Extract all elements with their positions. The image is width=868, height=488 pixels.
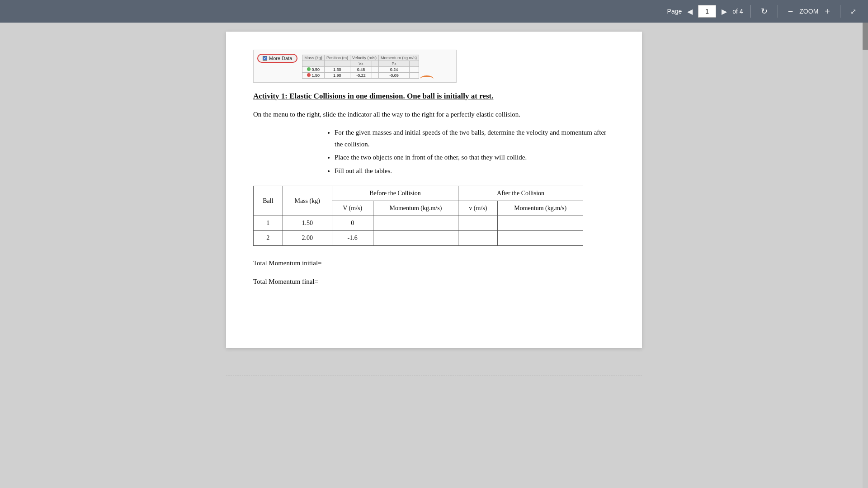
col-mass-header: Mass (kg) xyxy=(283,186,332,216)
ball2-p-before xyxy=(373,231,458,246)
divider-1 xyxy=(750,5,751,18)
pdf-page: More Data Mass (kg) Position (m) Velocit… xyxy=(226,32,642,348)
scroll-thumb[interactable] xyxy=(863,23,868,50)
col-v-after-header: v (m/s) xyxy=(458,201,498,216)
zoom-label: ZOOM xyxy=(799,8,818,15)
sim-row-2: 1.50 1.90 -0.22 -0.09 xyxy=(302,73,419,79)
bullet-list: For the given masses and initial speeds … xyxy=(335,127,615,177)
col-before-header: Before the Collision xyxy=(332,186,458,201)
bullet-item-3: Fill out all the tables. xyxy=(335,165,615,177)
col-p-before-header: Momentum (kg.m/s) xyxy=(373,201,458,216)
scroll-indicator[interactable] xyxy=(863,23,868,488)
toolbar: Page ◀ ▶ of 4 ↻ − ZOOM + ⤢ xyxy=(0,0,868,23)
bullet-item-2: Place the two objects one in front of th… xyxy=(335,152,615,164)
ball1-p-after xyxy=(498,216,583,231)
sim-col-momentum: Momentum (kg m/s) xyxy=(378,55,419,61)
divider-2 xyxy=(778,5,778,18)
sim-col-velocity: Velocity (m/s) xyxy=(350,55,378,61)
intro-text: On the menu to the right, slide the indi… xyxy=(253,109,615,120)
ball2-v-after xyxy=(458,231,498,246)
divider-3 xyxy=(840,5,840,18)
ball2-mass: 2.00 xyxy=(283,231,332,246)
col-ball-header: Ball xyxy=(254,186,283,216)
ball1-p-before xyxy=(373,216,458,231)
ball1-v-before: 0 xyxy=(332,216,373,231)
sim-sub-vx: Vx xyxy=(350,61,372,67)
prev-page-button[interactable]: ◀ xyxy=(684,6,695,17)
sim-col-mass: Mass (kg) xyxy=(302,55,325,61)
table-row-2: 2 2.00 -1.6 xyxy=(254,231,583,246)
col-p-after-header: Momentum (kg.m/s) xyxy=(498,201,583,216)
more-data-button[interactable]: More Data xyxy=(257,54,297,63)
ball2-dot xyxy=(307,73,311,77)
bottom-divider xyxy=(226,375,642,375)
page-number-input[interactable] xyxy=(698,5,716,18)
next-page-button[interactable]: ▶ xyxy=(719,6,730,17)
more-data-checkbox xyxy=(263,56,267,61)
ball1-dot xyxy=(307,67,311,71)
ball1-mass: 1.50 xyxy=(283,216,332,231)
col-v-before-header: V (m/s) xyxy=(332,201,373,216)
orange-arc xyxy=(420,75,434,82)
activity-title: Activity 1: Elastic Collisions in one di… xyxy=(253,92,615,101)
sim-col-position: Position (m) xyxy=(324,55,350,61)
momentum-initial-text: Total Momentum initial= xyxy=(253,259,615,267)
ball1-v-after xyxy=(458,216,498,231)
col-after-header: After the Collision xyxy=(458,186,583,201)
refresh-button[interactable]: ↻ xyxy=(758,5,770,17)
page-navigation: Page ◀ ▶ of 4 xyxy=(667,5,743,18)
sim-sub-px: Px xyxy=(378,61,409,67)
simulation-screenshot: More Data Mass (kg) Position (m) Velocit… xyxy=(253,50,457,83)
zoom-in-button[interactable]: + xyxy=(822,5,833,18)
sim-row-1: 0.50 1.30 0.48 0.24 xyxy=(302,67,419,73)
collision-table: Ball Mass (kg) Before the Collision Afte… xyxy=(253,186,583,246)
ball2-p-after xyxy=(498,231,583,246)
ball2-v-before: -1.6 xyxy=(332,231,373,246)
more-data-label: More Data xyxy=(269,56,292,61)
page-label: Page xyxy=(667,8,682,15)
momentum-final-text: Total Momentum final= xyxy=(253,278,615,286)
table-row-1: 1 1.50 0 xyxy=(254,216,583,231)
expand-button[interactable]: ⤢ xyxy=(848,6,859,17)
page-of-label: of 4 xyxy=(732,8,743,15)
bullet-item-1: For the given masses and initial speeds … xyxy=(335,127,615,150)
zoom-out-button[interactable]: − xyxy=(785,5,796,18)
ball2-number: 2 xyxy=(254,231,283,246)
simulation-data-table: Mass (kg) Position (m) Velocity (m/s) Mo… xyxy=(302,55,419,79)
ball1-number: 1 xyxy=(254,216,283,231)
main-content-area: More Data Mass (kg) Position (m) Velocit… xyxy=(0,23,868,488)
